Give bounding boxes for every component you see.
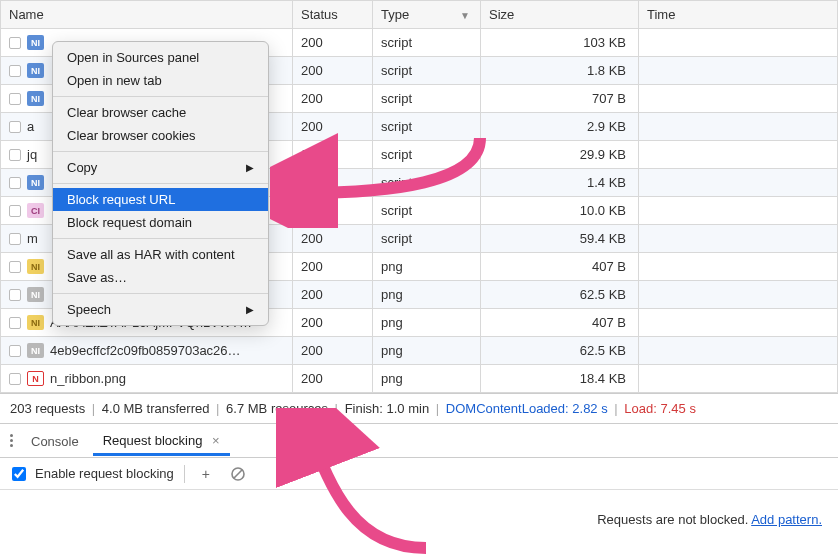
ctx-open-new-tab[interactable]: Open in new tab xyxy=(53,69,268,92)
table-row[interactable]: Nn_ribbon.png200png18.4 KB xyxy=(1,365,838,393)
drawer: Console Request blocking × Enable reques… xyxy=(0,423,838,554)
cell-size: 2.9 KB xyxy=(481,113,639,141)
cell-type: png xyxy=(373,337,481,365)
cell-size: 10.0 KB xyxy=(481,197,639,225)
resource-name: 4eb9ecffcf2c09fb0859703ac26… xyxy=(50,343,241,358)
cell-name: NI4eb9ecffcf2c09fb0859703ac26… xyxy=(1,337,293,365)
ctx-label: Save as… xyxy=(67,270,127,285)
add-pattern-link[interactable]: Add pattern. xyxy=(751,512,822,527)
cell-status: 200 xyxy=(293,141,373,169)
enable-blocking-checkbox[interactable]: Enable request blocking xyxy=(8,464,174,484)
row-checkbox[interactable] xyxy=(9,289,21,301)
svg-line-1 xyxy=(234,469,242,477)
blocking-empty-state: Requests are not blocked. Add pattern. xyxy=(0,490,838,554)
ctx-clear-cache[interactable]: Clear browser cache xyxy=(53,101,268,124)
initiator-badge: NI xyxy=(27,63,44,78)
tab-console[interactable]: Console xyxy=(21,426,89,455)
cell-size: 62.5 KB xyxy=(481,281,639,309)
plus-icon: + xyxy=(202,466,210,482)
table-row[interactable]: NI4eb9ecffcf2c09fb0859703ac26…200png62.5… xyxy=(1,337,838,365)
cell-status: 200 xyxy=(293,29,373,57)
row-checkbox[interactable] xyxy=(9,65,21,77)
ctx-save-har[interactable]: Save all as HAR with content xyxy=(53,243,268,266)
resource-name: a xyxy=(27,119,34,134)
table-header-row: Name Status Type▼ Size Time xyxy=(1,1,838,29)
cell-time xyxy=(639,309,838,337)
cell-time xyxy=(639,365,838,393)
add-pattern-button[interactable]: + xyxy=(195,463,217,485)
initiator-badge: NI xyxy=(27,343,44,358)
cell-type: png xyxy=(373,281,481,309)
cell-status: 200 xyxy=(293,281,373,309)
cell-size: 707 B xyxy=(481,85,639,113)
initiator-badge: NI xyxy=(27,175,44,190)
col-name[interactable]: Name xyxy=(1,1,293,29)
ctx-label: Block request domain xyxy=(67,215,192,230)
tab-label: Console xyxy=(31,434,79,449)
resource-name: m xyxy=(27,231,38,246)
ctx-save-as[interactable]: Save as… xyxy=(53,266,268,289)
close-icon[interactable]: × xyxy=(212,433,220,448)
cell-status: 200 xyxy=(293,253,373,281)
ctx-open-sources[interactable]: Open in Sources panel xyxy=(53,46,268,69)
cell-size: 29.9 KB xyxy=(481,141,639,169)
status-dcl: DOMContentLoaded: 2.82 s xyxy=(446,401,612,416)
initiator-badge: NI xyxy=(27,91,44,106)
initiator-badge: N xyxy=(27,371,44,386)
col-size[interactable]: Size xyxy=(481,1,639,29)
col-type[interactable]: Type▼ xyxy=(373,1,481,29)
cell-size: 1.8 KB xyxy=(481,57,639,85)
toolbar-divider xyxy=(184,465,185,483)
ctx-block-url[interactable]: Block request URL xyxy=(53,188,268,211)
row-checkbox[interactable] xyxy=(9,233,21,245)
row-checkbox[interactable] xyxy=(9,261,21,273)
row-checkbox[interactable] xyxy=(9,93,21,105)
status-bar: 203 requests | 4.0 MB transferred | 6.7 … xyxy=(0,393,838,423)
status-requests: 203 requests xyxy=(10,401,85,416)
tab-request-blocking[interactable]: Request blocking × xyxy=(93,425,230,456)
ctx-copy[interactable]: Copy▶ xyxy=(53,156,268,179)
row-checkbox[interactable] xyxy=(9,345,21,357)
row-checkbox[interactable] xyxy=(9,121,21,133)
drawer-menu-icon[interactable] xyxy=(6,430,17,451)
cell-type: script xyxy=(373,29,481,57)
row-checkbox[interactable] xyxy=(9,205,21,217)
cell-type: png xyxy=(373,365,481,393)
resource-name: n_ribbon.png xyxy=(50,371,126,386)
status-finish: Finish: 1.0 min xyxy=(345,401,430,416)
cell-status: 200 xyxy=(293,365,373,393)
ctx-separator xyxy=(53,238,268,239)
enable-blocking-input[interactable] xyxy=(12,467,26,481)
ctx-label: Copy xyxy=(67,160,97,175)
status-resources: 6.7 MB resources xyxy=(226,401,328,416)
row-checkbox[interactable] xyxy=(9,37,21,49)
ctx-separator xyxy=(53,96,268,97)
ctx-separator xyxy=(53,151,268,152)
row-checkbox[interactable] xyxy=(9,317,21,329)
ctx-label: Open in new tab xyxy=(67,73,162,88)
col-status[interactable]: Status xyxy=(293,1,373,29)
submenu-icon: ▶ xyxy=(246,304,254,315)
clear-all-button[interactable] xyxy=(227,463,249,485)
ctx-label: Save all as HAR with content xyxy=(67,247,235,262)
ctx-clear-cookies[interactable]: Clear browser cookies xyxy=(53,124,268,147)
col-time[interactable]: Time xyxy=(639,1,838,29)
cell-status: 200 xyxy=(293,57,373,85)
cell-size: 18.4 KB xyxy=(481,365,639,393)
initiator-badge: NI xyxy=(27,287,44,302)
initiator-badge: NI xyxy=(27,315,44,330)
cell-time xyxy=(639,57,838,85)
ctx-separator xyxy=(53,293,268,294)
row-checkbox[interactable] xyxy=(9,373,21,385)
enable-blocking-label: Enable request blocking xyxy=(35,466,174,481)
row-checkbox[interactable] xyxy=(9,149,21,161)
cell-time xyxy=(639,225,838,253)
initiator-badge: NI xyxy=(27,259,44,274)
cell-status: 200 xyxy=(293,113,373,141)
row-checkbox[interactable] xyxy=(9,177,21,189)
ctx-speech[interactable]: Speech▶ xyxy=(53,298,268,321)
cell-type: script xyxy=(373,169,481,197)
ctx-block-domain[interactable]: Block request domain xyxy=(53,211,268,234)
no-entry-icon xyxy=(230,466,246,482)
submenu-icon: ▶ xyxy=(246,162,254,173)
